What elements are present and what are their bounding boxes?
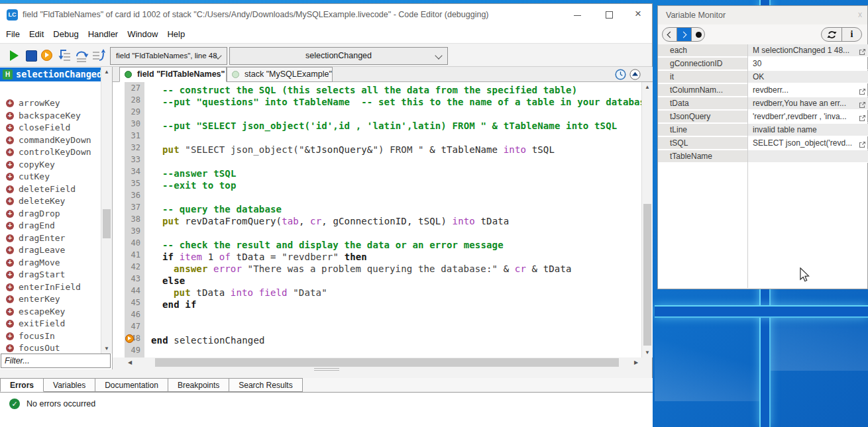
script-editor[interactable]: 2728293031323334353637383940414243444546… bbox=[113, 82, 643, 357]
handler-item-dragEnter[interactable]: +dragEnter bbox=[0, 232, 101, 245]
variable-value[interactable]: OK bbox=[748, 71, 868, 83]
handler-item-deleteField[interactable]: +deleteField bbox=[0, 183, 101, 196]
step-over-button[interactable] bbox=[58, 48, 72, 63]
code-line-33[interactable] bbox=[151, 156, 643, 167]
splitter-grip[interactable] bbox=[314, 368, 339, 372]
handler-item-dragDrop[interactable]: +dragDrop bbox=[0, 208, 101, 220]
code-line-46[interactable] bbox=[151, 310, 643, 322]
handler-item-dragMove[interactable]: +dragMove bbox=[0, 257, 101, 269]
variable-row-tData[interactable]: tDatarevdberr,You have an err... bbox=[658, 97, 867, 111]
run-button[interactable] bbox=[10, 50, 19, 61]
line-number[interactable]: 47 bbox=[125, 320, 144, 332]
debug-pointer-icon[interactable] bbox=[125, 334, 134, 343]
variable-row-tJsonQuery[interactable]: tJsonQuery'revdberr',revdberr , 'inva... bbox=[658, 111, 867, 124]
line-number[interactable]: 28 bbox=[125, 94, 144, 106]
menu-handler[interactable]: Handler bbox=[88, 26, 119, 43]
line-number[interactable]: 41 bbox=[125, 249, 144, 261]
line-number[interactable]: 33 bbox=[125, 154, 144, 166]
line-number[interactable]: 40 bbox=[125, 237, 144, 249]
code-line-37[interactable]: -- query the database bbox=[151, 203, 643, 215]
line-number[interactable]: 49 bbox=[125, 344, 144, 356]
info-button[interactable]: i bbox=[842, 28, 861, 41]
open-variable-button[interactable] bbox=[859, 113, 866, 123]
scrollbar-thumb[interactable] bbox=[155, 358, 619, 367]
handler-item-escapeKey[interactable]: +escapeKey bbox=[0, 306, 101, 318]
scroll-right-icon[interactable]: ▶ bbox=[632, 359, 640, 365]
line-number[interactable]: 31 bbox=[125, 130, 144, 142]
title-bar[interactable]: LC field "FldTableNames" of card id 1002… bbox=[0, 4, 652, 26]
refresh-button[interactable] bbox=[822, 28, 841, 41]
scrollbar-thumb[interactable] bbox=[103, 209, 111, 238]
handler-item-exitField[interactable]: +exitField bbox=[0, 318, 101, 330]
line-number-gutter[interactable]: 2728293031323334353637383940414243444546… bbox=[125, 82, 144, 357]
code-line-42[interactable]: answer error "There was a problem queryi… bbox=[151, 263, 643, 275]
line-number[interactable]: 42 bbox=[125, 261, 144, 273]
handler-item-arrowKey[interactable]: +arrowKey bbox=[0, 97, 101, 110]
code-line-32[interactable]: put "SELECT json_object("&tJsonQuery&") … bbox=[151, 144, 643, 156]
variable-value[interactable]: revdberr... bbox=[748, 84, 868, 97]
code-line-43[interactable]: else bbox=[151, 275, 643, 287]
filter-field[interactable] bbox=[1, 354, 111, 368]
code-vertical-scrollbar[interactable]: ▲ ▼ bbox=[641, 82, 653, 357]
variable-value[interactable]: SELECT json_object('revd... bbox=[748, 137, 868, 150]
variable-value[interactable] bbox=[748, 150, 868, 163]
variable-value[interactable]: M selectionChanged 1 48... bbox=[748, 44, 868, 57]
code-line-39[interactable] bbox=[151, 227, 643, 239]
code-line-49[interactable] bbox=[151, 346, 643, 357]
code-line-28[interactable]: --put "questions" into tTableName -- set… bbox=[151, 96, 643, 108]
line-number[interactable]: 39 bbox=[125, 225, 144, 237]
close-button[interactable]: × bbox=[625, 5, 651, 23]
handler-item-backspaceKey[interactable]: +backspaceKey bbox=[0, 110, 101, 122]
code-line-40[interactable]: -- check the result and display the data… bbox=[151, 239, 643, 251]
line-number[interactable]: 27 bbox=[125, 82, 144, 94]
minimize-button[interactable] bbox=[565, 5, 590, 23]
line-number[interactable]: 48 bbox=[125, 332, 144, 344]
open-variable-button[interactable] bbox=[859, 47, 866, 57]
scroll-up-icon[interactable]: ▲ bbox=[642, 84, 653, 90]
handler-item-dragStart[interactable]: +dragStart bbox=[0, 269, 101, 281]
close-icon[interactable]: x bbox=[858, 10, 862, 19]
handler-item-dragEnd[interactable]: +dragEnd bbox=[0, 220, 101, 232]
run-to-line-button[interactable] bbox=[91, 48, 105, 63]
menu-file[interactable]: File bbox=[6, 26, 20, 43]
selected-handler-row[interactable]: H selectionChanged bbox=[0, 68, 101, 81]
line-number[interactable]: 44 bbox=[125, 285, 144, 297]
handler-item-cutKey[interactable]: +cutKey bbox=[0, 171, 101, 183]
code-line-44[interactable]: put tData into field "Data" bbox=[151, 287, 643, 299]
handler-item-commandKeyDown[interactable]: +commandKeyDown bbox=[0, 134, 101, 147]
line-number[interactable]: 32 bbox=[125, 142, 144, 154]
menu-help[interactable]: Help bbox=[167, 26, 185, 43]
variable-row-gConnectionID[interactable]: gConnectionID30 bbox=[658, 58, 867, 71]
code-line-41[interactable]: if item 1 of tData = "revdberr" then bbox=[151, 251, 643, 263]
bottom-tab-errors[interactable]: Errors bbox=[0, 378, 44, 392]
handler-item-controlKeyDown[interactable]: +controlKeyDown bbox=[0, 146, 101, 159]
column-divider[interactable] bbox=[747, 44, 748, 288]
handler-item-dragLeave[interactable]: +dragLeave bbox=[0, 244, 101, 257]
variable-monitor-titlebar[interactable]: Variable Monitor x bbox=[658, 6, 867, 24]
line-number[interactable]: 30 bbox=[125, 118, 144, 130]
line-number[interactable]: 37 bbox=[125, 201, 144, 213]
tab-stack-mysqlexample[interactable]: stack "MySQLExample" bbox=[227, 67, 333, 82]
bottom-tab-breakpoints[interactable]: Breakpoints bbox=[168, 378, 229, 392]
sidebar-scrollbar[interactable]: ▲ ▼ bbox=[101, 67, 112, 354]
line-number[interactable]: 38 bbox=[125, 213, 144, 225]
open-variable-button[interactable] bbox=[859, 140, 866, 150]
code-line-27[interactable]: -- construct the SQL (this selects all t… bbox=[151, 84, 643, 96]
variable-row-tSQL[interactable]: tSQLSELECT json_object('revd... bbox=[658, 137, 867, 150]
scroll-down-icon[interactable]: ▼ bbox=[101, 346, 112, 352]
line-number[interactable]: 29 bbox=[125, 106, 144, 118]
open-variable-button[interactable] bbox=[859, 87, 866, 97]
scroll-left-icon[interactable]: ◀ bbox=[126, 359, 134, 365]
code-line-38[interactable]: put revDataFromQuery(tab, cr, gConnectio… bbox=[151, 215, 643, 227]
bottom-tab-variables[interactable]: Variables bbox=[44, 378, 95, 392]
line-number[interactable]: 46 bbox=[125, 308, 144, 320]
code-line-35[interactable]: --exit to top bbox=[151, 179, 643, 191]
code-line-31[interactable] bbox=[151, 132, 643, 144]
tab-field-fldtablenames[interactable]: field "FldTableNames" bbox=[119, 67, 227, 82]
handler-item-deleteKey[interactable]: +deleteKey bbox=[0, 195, 101, 208]
stop-button[interactable] bbox=[26, 50, 37, 62]
bottom-tab-documentation[interactable]: Documentation bbox=[95, 378, 168, 392]
open-variable-button[interactable] bbox=[859, 100, 866, 110]
step-back-button[interactable] bbox=[663, 28, 677, 41]
line-number[interactable]: 43 bbox=[125, 273, 144, 285]
